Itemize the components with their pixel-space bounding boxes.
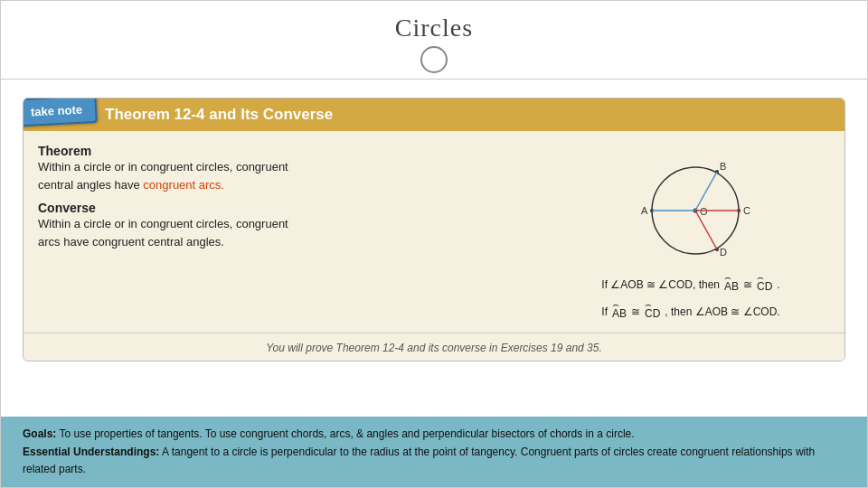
converse-section-text: Within a circle or in congruent circles,… <box>38 215 524 250</box>
svg-text:D: D <box>720 247 727 258</box>
theorem-left: Theorem Within a circle or in congruent … <box>24 131 537 333</box>
svg-text:A: A <box>641 205 648 216</box>
goals-text: Goals: To use properties of tangents. To… <box>23 426 845 478</box>
theorem-section: Theorem Within a circle or in congruent … <box>38 144 524 193</box>
converse-section: Converse Within a circle or in congruent… <box>38 201 524 250</box>
page-title: Circles <box>395 14 473 42</box>
goals-section: Goals: To use properties of tangents. To… <box>1 417 867 487</box>
theorem-header: take note Theorem 12-4 and Its Converse <box>24 99 844 131</box>
svg-text:O: O <box>700 206 708 217</box>
formula-line-1: If ∠AOB ≅ ∠COD, then ⌢AB ≅ ⌢CD . <box>601 274 779 297</box>
theorem-right: O A C B D <box>537 131 844 333</box>
svg-line-12 <box>695 172 717 211</box>
svg-text:B: B <box>720 161 726 172</box>
theorem-section-text: Within a circle or in congruent circles,… <box>38 158 524 193</box>
header-area: Circles <box>1 1 867 87</box>
theorem-footer: You will prove Theorem 12-4 and its conv… <box>24 333 844 361</box>
footer-italic-text: You will prove Theorem 12-4 and its conv… <box>266 342 602 354</box>
theorem-highlighted-text: congruent arcs. <box>143 178 224 192</box>
take-note-badge: take note <box>23 98 98 127</box>
theorem-body: Theorem Within a circle or in congruent … <box>24 131 844 333</box>
essentials-label: Essential Understandings: <box>23 446 159 458</box>
theorem-header-title: Theorem 12-4 and Its Converse <box>105 106 333 123</box>
circle-diagram: O A C B D <box>618 140 763 267</box>
diagram-formulas: If ∠AOB ≅ ∠COD, then ⌢AB ≅ ⌢CD . If <box>601 274 779 324</box>
svg-text:C: C <box>743 205 750 216</box>
theorem-section-title: Theorem <box>38 144 524 158</box>
page-container: Circles take note Theorem 12-4 and Its C… <box>0 0 868 488</box>
main-content: take note Theorem 12-4 and Its Converse … <box>1 87 867 408</box>
formula-line-2: If ⌢AB ≅ ⌢CD , then ∠AOB ≅ ∠COD. <box>601 301 779 324</box>
converse-section-title: Converse <box>38 201 524 215</box>
theorem-card: take note Theorem 12-4 and Its Converse … <box>23 98 845 361</box>
header-divider <box>1 79 867 80</box>
circle-decorative-icon <box>420 46 448 73</box>
goals-label: Goals: <box>23 427 56 440</box>
